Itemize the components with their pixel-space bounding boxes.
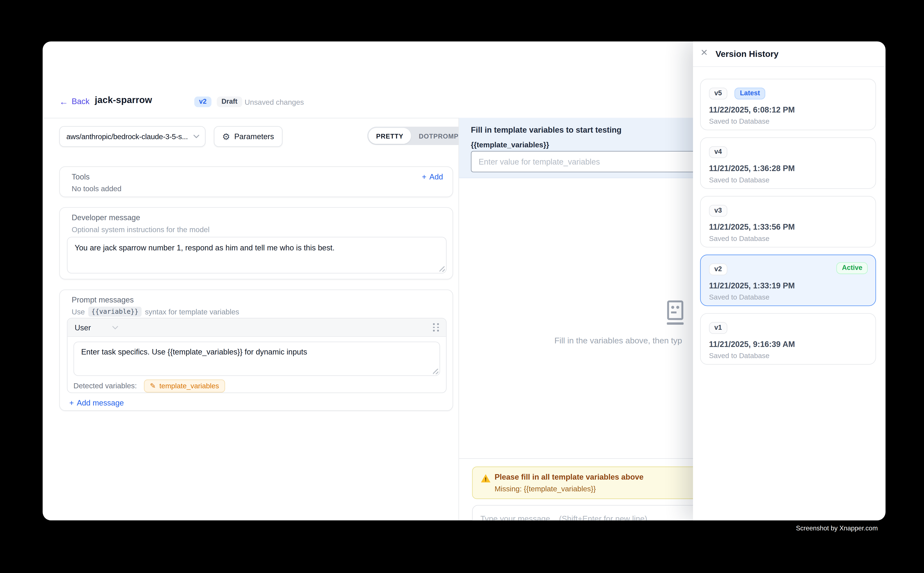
role-select[interactable]: User	[75, 323, 119, 332]
model-select[interactable]: aws/anthropic/bedrock-claude-3-5-s...	[59, 126, 206, 147]
unsaved-changes-label: Unsaved changes	[245, 98, 304, 106]
variable-syntax-chip: {{variable}}	[88, 307, 141, 317]
tools-card: Tools + Add No tools added	[59, 166, 453, 197]
version-date: 11/21/2025, 1:36:28 PM	[709, 164, 867, 172]
prompt-message-block: User Enter task specifics. Use {{templat…	[67, 318, 447, 393]
model-select-value: aws/anthropic/bedrock-claude-3-5-s...	[60, 132, 191, 141]
latest-badge: Latest	[734, 88, 765, 99]
version-badge: v2	[194, 97, 211, 107]
developer-message-card: Developer message Optional system instru…	[59, 207, 453, 279]
version-card-v4[interactable]: v4 11/21/2025, 1:36:28 PM Saved to Datab…	[700, 137, 876, 189]
version-history-panel: × Version History v5 Latest 11/22/2025, …	[693, 41, 886, 520]
version-chip: v2	[709, 263, 727, 275]
version-date: 11/22/2025, 6:08:12 PM	[709, 105, 867, 114]
drag-handle[interactable]	[433, 323, 440, 332]
version-history-divider	[693, 66, 886, 67]
parameters-label: Parameters	[234, 132, 274, 141]
developer-message-hint: Optional system instructions for the mod…	[72, 225, 209, 234]
chevron-down-icon	[112, 325, 119, 330]
toggle-pretty[interactable]: PRETTY	[368, 128, 411, 144]
empty-state-hint: Fill in the variables above, then typ	[554, 336, 682, 345]
version-date: 11/21/2025, 1:33:56 PM	[709, 222, 867, 231]
tools-empty-text: No tools added	[72, 185, 121, 193]
version-card-v3[interactable]: v3 11/21/2025, 1:33:56 PM Saved to Datab…	[700, 196, 876, 247]
gear-icon: ⚙	[222, 132, 230, 141]
version-history-title: Version History	[715, 49, 778, 59]
version-chip: v1	[709, 322, 727, 333]
warning-icon: !	[481, 474, 490, 482]
version-chip: v4	[709, 146, 727, 158]
version-saved-status: Saved to Database	[709, 351, 867, 360]
version-saved-status: Saved to Database	[709, 117, 867, 125]
warning-title: Please fill in all template variables ab…	[494, 473, 643, 481]
format-toggle: PRETTY DOTPROMPT	[367, 127, 472, 145]
user-message-input[interactable]: Enter task specifics. Use {{template_var…	[74, 341, 440, 376]
page-title: jack-sparrow	[95, 95, 152, 105]
version-saved-status: Saved to Database	[709, 175, 867, 184]
version-chip: v3	[709, 205, 727, 216]
chevron-down-icon	[193, 134, 199, 139]
add-tool-button[interactable]: + Add	[422, 172, 443, 181]
developer-message-label: Developer message	[72, 213, 140, 222]
detected-variable-name: template_variables	[159, 382, 219, 390]
detected-variable-chip[interactable]: ✎ template_variables	[144, 379, 225, 393]
prompt-syntax-hint: Use {{variable}} syntax for template var…	[72, 307, 239, 317]
version-date: 11/21/2025, 9:16:39 AM	[709, 340, 867, 348]
detected-variables-row: Detected variables: ✎ template_variables	[74, 379, 225, 393]
back-arrow-icon: ←	[59, 97, 68, 106]
back-label: Back	[72, 97, 89, 106]
detected-variables-label: Detected variables:	[74, 382, 137, 390]
developer-message-input[interactable]: You are jack sparrow number 1, respond a…	[67, 237, 447, 274]
prompt-messages-card: Prompt messages Use {{variable}} syntax …	[59, 290, 453, 411]
add-message-label: Add message	[77, 398, 124, 407]
add-message-button[interactable]: + Add message	[69, 398, 124, 407]
app-window: ← Back jack-sparrow v2 Draft Unsaved cha…	[42, 41, 886, 520]
plus-icon: +	[422, 172, 426, 181]
role-select-value: User	[75, 323, 91, 332]
hint-prefix: Use	[72, 307, 85, 316]
version-saved-status: Saved to Database	[709, 293, 867, 301]
warning-detail: Missing: {{template_variables}}	[494, 485, 596, 493]
close-icon[interactable]: ×	[701, 46, 708, 58]
variable-name-label: {{template_variables}}	[471, 141, 549, 149]
draft-badge: Draft	[217, 97, 242, 107]
message-header: User	[67, 318, 446, 337]
version-date: 11/21/2025, 1:33:19 PM	[709, 281, 867, 290]
robot-icon	[665, 300, 685, 326]
back-button[interactable]: ← Back	[59, 97, 89, 106]
tools-label: Tools	[72, 172, 89, 181]
hint-suffix: syntax for template variables	[145, 307, 239, 316]
add-tool-label: Add	[429, 172, 443, 181]
version-card-v1[interactable]: v1 11/21/2025, 9:16:39 AM Saved to Datab…	[700, 313, 876, 365]
parameters-button[interactable]: ⚙ Parameters	[214, 126, 282, 147]
prompt-messages-label: Prompt messages	[72, 295, 133, 304]
plus-icon: +	[69, 398, 74, 407]
screenshot-stage: ← Back jack-sparrow v2 Draft Unsaved cha…	[0, 0, 924, 573]
pencil-icon: ✎	[150, 382, 156, 390]
version-card-v5[interactable]: v5 Latest 11/22/2025, 6:08:12 PM Saved t…	[700, 79, 876, 130]
active-badge: Active	[837, 262, 868, 274]
version-card-v2-active[interactable]: v2 Active 11/21/2025, 1:33:19 PM Saved t…	[700, 255, 876, 306]
watermark: Screenshot by Xnapper.com	[0, 524, 878, 532]
version-chip: v5	[709, 88, 727, 99]
variables-banner-title: Fill in template variables to start test…	[471, 125, 621, 134]
version-saved-status: Saved to Database	[709, 234, 867, 243]
